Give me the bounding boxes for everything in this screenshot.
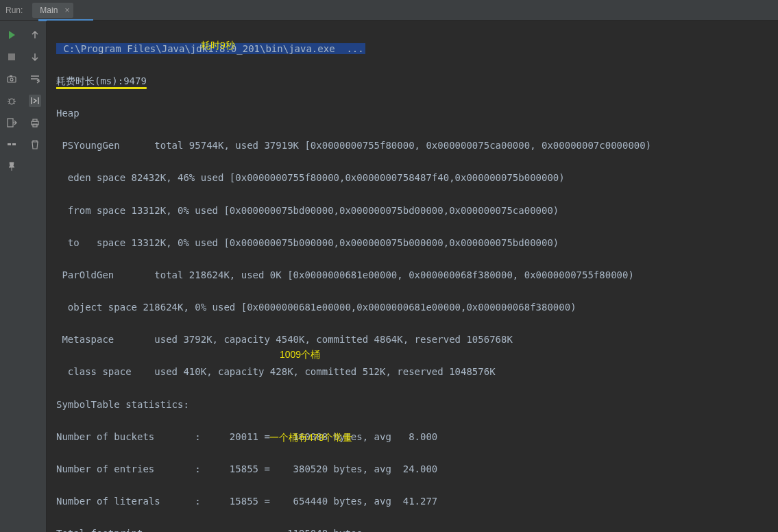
camera-icon[interactable] bbox=[5, 73, 18, 85]
annotation-time: 耗时9秒 bbox=[201, 38, 235, 54]
svg-rect-15 bbox=[12, 143, 16, 145]
output-line: PSYoungGen total 95744K, used 37919K [0x… bbox=[56, 138, 778, 154]
tab-label: Main bbox=[40, 5, 58, 15]
console-output[interactable]: C:\Program Files\Java\jdk1.8.0_201\bin\j… bbox=[47, 21, 778, 532]
output-line: class space used 410K, capacity 428K, co… bbox=[56, 364, 778, 380]
svg-rect-14 bbox=[8, 143, 11, 145]
stop-icon[interactable] bbox=[5, 51, 18, 63]
main-area: C:\Program Files\Java\jdk1.8.0_201\bin\j… bbox=[0, 21, 778, 532]
annotation-buckets: 1009个桶 bbox=[280, 347, 320, 363]
output-line: Total footprint : = 1195048 bytes bbox=[56, 526, 778, 532]
up-arrow-icon[interactable] bbox=[29, 29, 41, 41]
output-line: Number of entries : 15855 = 380520 bytes… bbox=[56, 461, 778, 478]
trash-icon[interactable] bbox=[29, 138, 41, 151]
layout-icon[interactable] bbox=[5, 138, 18, 151]
output-line: Number of buckets : 20011 = 160088 bytes… bbox=[56, 429, 778, 446]
run-label: Run: bbox=[5, 5, 23, 15]
time-line: 耗费时长(ms):9479 bbox=[56, 75, 147, 86]
output-line: eden space 82432K, 46% used [0x000000075… bbox=[56, 170, 778, 186]
output-line: Heap bbox=[56, 106, 778, 122]
output-line: ParOldGen total 218624K, used 0K [0x0000… bbox=[56, 267, 778, 284]
svg-line-9 bbox=[8, 99, 10, 100]
run-icon[interactable] bbox=[5, 29, 18, 41]
wrap-icon[interactable] bbox=[29, 73, 41, 85]
output-line: from space 13312K, 0% used [0x000000075b… bbox=[56, 203, 778, 219]
svg-rect-3 bbox=[8, 77, 16, 82]
close-icon[interactable]: × bbox=[64, 5, 69, 15]
annotation-avg: 一个桶有478个常量 bbox=[269, 430, 352, 446]
gutter-left bbox=[0, 21, 23, 532]
output-line: object space 218624K, 0% used [0x0000000… bbox=[56, 300, 778, 316]
svg-rect-17 bbox=[33, 119, 37, 121]
svg-line-10 bbox=[14, 99, 15, 100]
bug-icon[interactable] bbox=[5, 95, 18, 107]
svg-point-6 bbox=[10, 99, 14, 104]
run-tab[interactable]: Main × bbox=[32, 3, 73, 18]
output-line: Metaspace used 3792K, capacity 4540K, co… bbox=[56, 332, 778, 348]
down-arrow-icon[interactable] bbox=[29, 51, 41, 63]
svg-rect-13 bbox=[8, 119, 13, 127]
gutter-right bbox=[23, 21, 47, 532]
top-bar: Run: Main × bbox=[0, 0, 778, 21]
scroll-end-icon[interactable] bbox=[29, 95, 41, 107]
svg-rect-2 bbox=[8, 53, 15, 60]
exit-icon[interactable] bbox=[5, 117, 18, 129]
output-line: to space 13312K, 0% used [0x000000075b00… bbox=[56, 235, 778, 252]
svg-point-4 bbox=[10, 78, 13, 81]
svg-rect-5 bbox=[10, 75, 12, 77]
pin-icon[interactable] bbox=[5, 160, 18, 173]
output-line: Number of literals : 15855 = 654440 byte… bbox=[56, 494, 778, 510]
print-icon[interactable] bbox=[29, 117, 41, 129]
output-line: SymbolTable statistics: bbox=[56, 397, 778, 413]
svg-line-11 bbox=[8, 103, 10, 104]
svg-line-12 bbox=[14, 103, 15, 104]
